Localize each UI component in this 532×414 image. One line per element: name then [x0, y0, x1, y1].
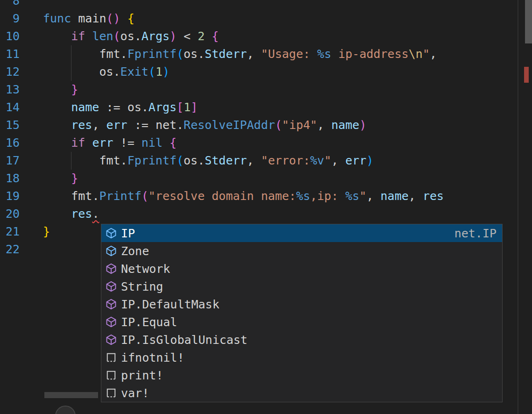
symbol-method-icon [105, 316, 117, 328]
code-text: } [43, 170, 78, 187]
suggestion-item[interactable]: var! [101, 384, 502, 402]
code-area[interactable]: 89func main() {10 if len(os.Args) < 2 {1… [0, 0, 518, 258]
suggestion-label: IP.DefaultMask [121, 298, 220, 311]
line-number: 18 [0, 170, 20, 187]
code-text: if len(os.Args) < 2 { [43, 28, 219, 45]
code-text: func main() { [43, 10, 135, 28]
vertical-scrollbar[interactable] [518, 0, 532, 414]
symbol-method-icon [105, 334, 117, 346]
suggestion-label: print! [121, 369, 163, 382]
line-number: 16 [0, 134, 20, 152]
horizontal-scrollbar-thumb[interactable] [44, 392, 98, 398]
indent-guide [71, 45, 71, 63]
code-line[interactable]: 15 res, err := net.ResolveIPAddr("ip4", … [0, 116, 518, 134]
code-line[interactable]: 9func main() { [0, 10, 518, 28]
suggestion-item[interactable]: print! [101, 366, 502, 384]
code-line[interactable]: 16 if err != nil { [0, 134, 518, 152]
symbol-field-icon [105, 227, 117, 239]
line-number: 22 [0, 241, 20, 258]
line-number: 11 [0, 45, 20, 63]
line-number: 19 [0, 187, 20, 205]
suggestion-detail: net.IP [454, 227, 497, 240]
code-line[interactable]: 14 name := os.Args[1] [0, 99, 518, 116]
line-number: 17 [0, 152, 20, 170]
code-line[interactable]: 18 } [0, 170, 518, 187]
suggestion-label: IP.Equal [121, 315, 177, 329]
symbol-snippet-icon [105, 387, 117, 399]
suggestion-label: Zone [121, 244, 149, 258]
code-text: name := os.Args[1] [43, 99, 198, 116]
line-number: 12 [0, 63, 20, 81]
code-text: os.Exit(1) [43, 63, 170, 81]
line-number: 10 [0, 28, 20, 45]
suggestion-item[interactable]: String [101, 278, 502, 295]
suggestion-label: Network [121, 262, 170, 276]
symbol-snippet-icon [105, 351, 117, 364]
suggestion-item[interactable]: IP.Equal [101, 313, 502, 331]
code-line[interactable]: 19 fmt.Printf("resolve domain name:%s,ip… [0, 187, 518, 205]
symbol-method-icon [105, 263, 117, 275]
line-number: 9 [0, 10, 20, 28]
code-text: res. [43, 205, 99, 223]
line-number: 13 [0, 81, 20, 99]
code-line[interactable]: 17 fmt.Fprintf(os.Stderr, "error:%v", er… [0, 152, 518, 170]
line-number: 20 [0, 205, 20, 223]
code-line[interactable]: 13 } [0, 81, 518, 99]
indent-guide [71, 63, 71, 81]
code-line[interactable]: 8 [0, 0, 518, 10]
suggestion-item[interactable]: IPnet.IP [101, 224, 502, 242]
suggestion-label: String [121, 280, 163, 293]
symbol-method-icon [105, 280, 117, 293]
indent-guide [71, 152, 71, 170]
autocomplete-popup[interactable]: IPnet.IPZoneNetworkStringIP.DefaultMaskI… [101, 224, 503, 402]
overview-ruler-error-marker [524, 67, 529, 83]
line-number: 8 [0, 0, 20, 10]
symbol-method-icon [105, 298, 117, 310]
line-number: 15 [0, 116, 20, 134]
code-text: } [43, 223, 50, 241]
line-number: 14 [0, 99, 20, 116]
suggestion-item[interactable]: ifnotnil! [101, 349, 502, 366]
code-text: fmt.Printf("resolve domain name:%s,ip: %… [43, 187, 444, 205]
code-line[interactable]: 11 fmt.Fprintf(os.Stderr, "Usage: %s ip-… [0, 45, 518, 63]
code-line[interactable]: 12 os.Exit(1) [0, 63, 518, 81]
suggestion-label: IP [121, 227, 135, 240]
suggestion-label: IP.IsGlobalUnicast [121, 333, 248, 347]
suggestion-item[interactable]: IP.DefaultMask [101, 295, 502, 313]
code-text: res, err := net.ResolveIPAddr("ip4", nam… [43, 116, 366, 134]
suggestion-label: var! [121, 386, 149, 400]
code-line[interactable]: 20 res. [0, 205, 518, 223]
suggestion-item[interactable]: IP.IsGlobalUnicast [101, 331, 502, 349]
symbol-snippet-icon [105, 369, 117, 381]
code-text: if err != nil { [43, 134, 177, 152]
vertical-scrollbar-thumb[interactable] [525, 0, 532, 43]
suggestion-item[interactable]: Network [101, 260, 502, 278]
suggestion-list: IPnet.IPZoneNetworkStringIP.DefaultMaskI… [101, 224, 502, 402]
code-text: } [43, 81, 78, 99]
code-line[interactable]: 10 if len(os.Args) < 2 { [0, 28, 518, 45]
floating-circle-button[interactable] [55, 406, 76, 414]
suggestion-label: ifnotnil! [121, 351, 184, 364]
code-text: fmt.Fprintf(os.Stderr, "error:%v", err) [43, 152, 374, 170]
line-number: 21 [0, 223, 20, 241]
code-text: fmt.Fprintf(os.Stderr, "Usage: %s ip-add… [43, 45, 437, 63]
code-editor[interactable]: 89func main() {10 if len(os.Args) < 2 {1… [0, 0, 532, 414]
symbol-field-icon [105, 245, 117, 257]
suggestion-item[interactable]: Zone [101, 242, 502, 260]
